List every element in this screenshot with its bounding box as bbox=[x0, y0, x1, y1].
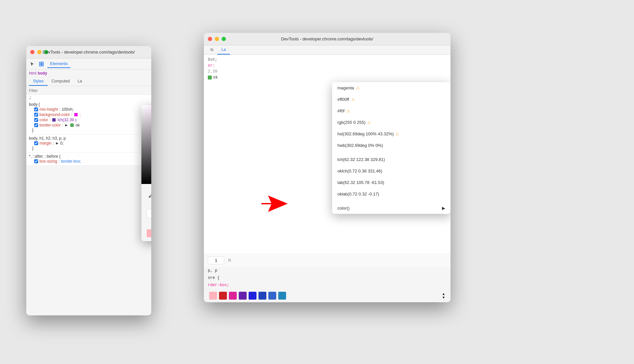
color-gradient[interactable]: sRGB bbox=[141, 105, 151, 184]
front-elements-tab[interactable]: Elements bbox=[47, 60, 70, 68]
margin-colon: : bbox=[53, 141, 54, 146]
bg-color-prop-name: background-color bbox=[39, 112, 70, 117]
back-maximize-button[interactable] bbox=[222, 37, 226, 41]
bg-color-swatch[interactable] bbox=[74, 113, 78, 116]
styles-sub-tabs: Styles Computed La bbox=[26, 77, 151, 86]
format-rgb-label: rgb(255 0 255) bbox=[337, 120, 365, 125]
color-swatch[interactable] bbox=[52, 118, 56, 122]
box-sizing-value: border-box; bbox=[61, 159, 81, 164]
css-prop-min-height: min-height : 100vh; bbox=[29, 107, 149, 112]
format-oklch[interactable]: oklch(0.72 0.36 331.46) bbox=[332, 165, 451, 177]
filter-input[interactable] bbox=[29, 88, 149, 93]
svg-rect-0 bbox=[39, 62, 41, 64]
format-oklab[interactable]: oklab(0.72 0.32 -0.17) bbox=[332, 188, 451, 200]
front-close-button[interactable] bbox=[30, 50, 35, 54]
cursor-icon[interactable] bbox=[29, 61, 36, 67]
format-hsl[interactable]: hsl(302.69deg 100% 43.32%) ⚠ bbox=[332, 128, 451, 140]
format-lch[interactable]: lch(62.32 122.38 329.81) bbox=[332, 154, 451, 165]
min-height-value: 100vh; bbox=[61, 107, 73, 112]
format-hsl-warning: ⚠ bbox=[396, 132, 399, 136]
color-swatches: ▲ ▼ bbox=[141, 227, 151, 241]
rgba-r-input[interactable] bbox=[147, 209, 151, 218]
css-separator: ; bbox=[26, 95, 151, 101]
css-prop-color: color : lch(32.39 c bbox=[29, 117, 149, 123]
back-tab-ts[interactable]: ts bbox=[207, 45, 217, 55]
back-tab-la[interactable]: La bbox=[217, 45, 230, 55]
front-window-title: DevTools - developer.chrome.com/tags/dev… bbox=[43, 50, 135, 55]
eyedropper-button[interactable] bbox=[147, 191, 151, 200]
css-rule-universal: *, ::after, ::before { box-sizing : bord… bbox=[26, 153, 151, 166]
format-magenta[interactable]: magenta ⚠ bbox=[332, 82, 451, 94]
bg-color-checkbox[interactable] bbox=[34, 113, 38, 117]
svg-rect-3 bbox=[42, 64, 43, 66]
format-dropdown: magenta ⚠ #ff00ff ⚠ #f0f ⚠ rgb(255 0 255… bbox=[332, 82, 451, 214]
svg-rect-1 bbox=[42, 62, 43, 64]
back-swatches-row: ▲ ▼ bbox=[204, 289, 451, 302]
format-ff00ff[interactable]: #ff00ff ⚠ bbox=[332, 94, 451, 105]
format-hwb[interactable]: hwb(302.69deg 0% 0%) bbox=[332, 140, 451, 151]
color-value: lch(32.39 c bbox=[58, 118, 77, 122]
min-height-checkbox[interactable] bbox=[34, 107, 38, 111]
border-color-arrow: ► bbox=[64, 123, 68, 127]
back-swatch-2[interactable] bbox=[219, 292, 227, 300]
format-rgb-warning: ⚠ bbox=[367, 120, 371, 125]
back-swatch-5[interactable] bbox=[249, 292, 256, 300]
format-lab-label: lab(62.32 105.78 -61.53) bbox=[337, 180, 384, 185]
body-selector: body { bbox=[29, 102, 149, 107]
sub-tab-computed[interactable]: Computed bbox=[48, 77, 74, 86]
back-window-titlebar: DevTools - developer.chrome.com/tags/dev… bbox=[204, 33, 451, 45]
box-sizing-checkbox[interactable] bbox=[34, 159, 38, 163]
back-close-button[interactable] bbox=[208, 37, 212, 41]
min-height-colon: : bbox=[59, 107, 60, 112]
breadcrumb: html body bbox=[26, 70, 151, 77]
format-lab[interactable]: lab(62.32 105.78 -61.53) bbox=[332, 177, 451, 188]
back-swatch-3[interactable] bbox=[229, 292, 237, 300]
format-hwb-label: hwb(302.69deg 0% 0%) bbox=[337, 143, 383, 148]
min-height-prop-name: min-height bbox=[39, 107, 58, 112]
rgba-r-field: R bbox=[147, 209, 151, 223]
back-swatch-4[interactable] bbox=[239, 292, 247, 300]
sub-tab-styles[interactable]: Styles bbox=[29, 77, 48, 86]
sub-tab-la[interactable]: La bbox=[74, 77, 86, 86]
styles-panel: ; body { min-height : 100vh; background-… bbox=[26, 95, 151, 166]
swatch-1[interactable] bbox=[147, 229, 151, 237]
color-colon: : bbox=[49, 118, 50, 122]
border-color-colon: : bbox=[62, 123, 63, 127]
border-color-checkbox[interactable] bbox=[34, 123, 38, 127]
format-rgb[interactable]: rgb(255 0 255) ⚠ bbox=[332, 117, 451, 128]
back-swatch-8[interactable] bbox=[278, 292, 286, 300]
back-value-input[interactable] bbox=[208, 257, 224, 264]
format-color-fn[interactable]: color() ▶ bbox=[332, 202, 451, 214]
back-r-label: R bbox=[228, 258, 231, 263]
picker-controls bbox=[141, 184, 151, 206]
margin-checkbox[interactable] bbox=[34, 141, 38, 145]
border-color-value: ok bbox=[76, 123, 80, 127]
back-swatch-7[interactable] bbox=[268, 292, 276, 300]
border-color-prop-name: border-color bbox=[39, 123, 61, 127]
back-swatch-1[interactable] bbox=[209, 292, 217, 300]
border-color-swatch[interactable] bbox=[70, 124, 74, 127]
headings-rule-close: } bbox=[29, 146, 149, 151]
css-rule-body: body { min-height : 100vh; background-co… bbox=[26, 101, 151, 135]
back-devtools-window: DevTools - developer.chrome.com/tags/dev… bbox=[204, 33, 451, 302]
back-minimize-button[interactable] bbox=[215, 37, 219, 41]
front-toolbar: Elements bbox=[26, 58, 151, 70]
bg-color-value: ; bbox=[80, 112, 81, 117]
swatches-down-btn[interactable]: ▼ bbox=[442, 296, 445, 299]
box-sizing-prop-name: box-sizing bbox=[39, 159, 57, 164]
css-prop-margin: margin : ► 0; bbox=[29, 141, 149, 146]
front-minimize-button[interactable] bbox=[37, 50, 41, 54]
format-ff00ff-label: #ff00ff bbox=[337, 97, 349, 102]
breadcrumb-html[interactable]: html bbox=[29, 71, 37, 76]
back-swatch-6[interactable] bbox=[258, 292, 266, 300]
color-checkbox[interactable] bbox=[34, 118, 38, 122]
format-hsl-label: hsl(302.69deg 100% 43.32%) bbox=[337, 131, 394, 136]
inspect-icon[interactable] bbox=[38, 61, 45, 67]
bg-color-colon: : bbox=[71, 112, 72, 117]
breadcrumb-body[interactable]: body bbox=[38, 71, 47, 76]
swatches-up-btn[interactable]: ▲ bbox=[442, 292, 445, 296]
svg-rect-2 bbox=[39, 64, 41, 66]
format-f0f[interactable]: #f0f ⚠ bbox=[332, 105, 451, 117]
css-prop-border-color: border-color : ► ok bbox=[29, 123, 149, 128]
css-prop-box-sizing: box-sizing : border-box; bbox=[29, 159, 149, 164]
